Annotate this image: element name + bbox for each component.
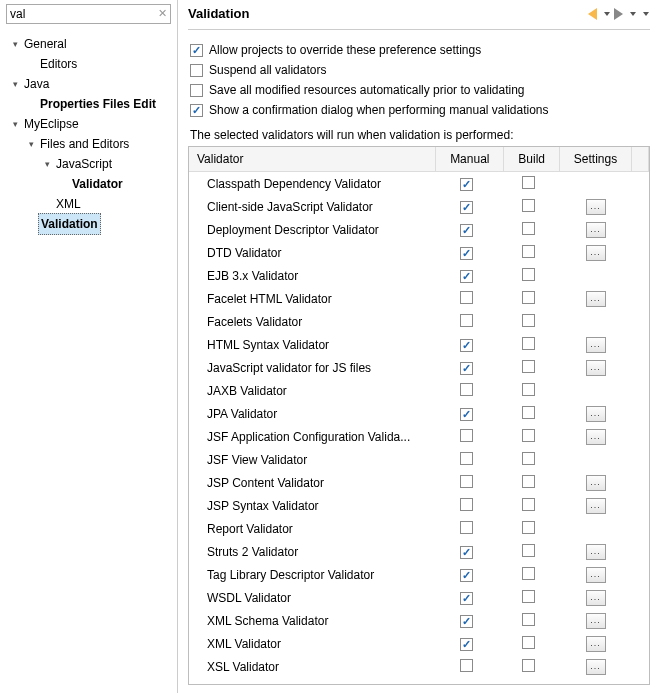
table-row[interactable]: JSP Content Validator... [189, 471, 649, 494]
tree-item[interactable]: ▾MyEclipse [0, 114, 177, 134]
table-row[interactable]: EJB 3.x Validator [189, 264, 649, 287]
tree-item[interactable]: Properties Files Edit [0, 94, 177, 114]
manual-checkbox[interactable] [460, 247, 473, 260]
build-checkbox[interactable] [522, 176, 535, 189]
manual-checkbox[interactable] [460, 314, 473, 327]
settings-button[interactable]: ... [586, 222, 606, 238]
build-checkbox[interactable] [522, 314, 535, 327]
build-checkbox[interactable] [522, 406, 535, 419]
settings-button[interactable]: ... [586, 659, 606, 675]
tree-item[interactable]: ▾General [0, 34, 177, 54]
build-checkbox[interactable] [522, 636, 535, 649]
build-checkbox[interactable] [522, 567, 535, 580]
back-button[interactable] [587, 7, 598, 21]
manual-checkbox[interactable] [460, 498, 473, 511]
build-checkbox[interactable] [522, 360, 535, 373]
manual-checkbox[interactable] [460, 178, 473, 191]
table-row[interactable]: DTD Validator... [189, 241, 649, 264]
settings-button[interactable]: ... [586, 429, 606, 445]
manual-checkbox[interactable] [460, 383, 473, 396]
settings-button[interactable]: ... [586, 360, 606, 376]
build-checkbox[interactable] [522, 337, 535, 350]
build-checkbox[interactable] [522, 544, 535, 557]
settings-button[interactable]: ... [586, 544, 606, 560]
build-checkbox[interactable] [522, 521, 535, 534]
table-row[interactable]: JSF View Validator [189, 448, 649, 471]
manual-checkbox[interactable] [460, 521, 473, 534]
option-checkbox[interactable] [190, 64, 203, 77]
table-row[interactable]: HTML Syntax Validator... [189, 333, 649, 356]
tree-item[interactable]: ▾Files and Editors [0, 134, 177, 154]
forward-menu[interactable] [626, 11, 637, 17]
option-checkbox[interactable] [190, 104, 203, 117]
settings-button[interactable]: ... [586, 291, 606, 307]
settings-button[interactable]: ... [586, 199, 606, 215]
build-checkbox[interactable] [522, 613, 535, 626]
build-checkbox[interactable] [522, 222, 535, 235]
back-menu[interactable] [600, 11, 611, 17]
forward-button[interactable] [613, 7, 624, 21]
manual-checkbox[interactable] [460, 452, 473, 465]
manual-checkbox[interactable] [460, 429, 473, 442]
manual-checkbox[interactable] [460, 291, 473, 304]
tree-item[interactable]: ▾Java [0, 74, 177, 94]
table-row[interactable]: XML Validator... [189, 632, 649, 655]
build-checkbox[interactable] [522, 452, 535, 465]
settings-button[interactable]: ... [586, 337, 606, 353]
build-checkbox[interactable] [522, 590, 535, 603]
table-row[interactable]: Struts 2 Validator... [189, 540, 649, 563]
table-row[interactable]: Tag Library Descriptor Validator... [189, 563, 649, 586]
build-checkbox[interactable] [522, 199, 535, 212]
build-checkbox[interactable] [522, 659, 535, 672]
table-row[interactable]: WSDL Validator... [189, 586, 649, 609]
manual-checkbox[interactable] [460, 475, 473, 488]
manual-checkbox[interactable] [460, 592, 473, 605]
manual-checkbox[interactable] [460, 339, 473, 352]
option-row[interactable]: Allow projects to override these prefere… [190, 40, 650, 60]
manual-checkbox[interactable] [460, 224, 473, 237]
table-row[interactable]: Classpath Dependency Validator [189, 172, 649, 196]
settings-button[interactable]: ... [586, 636, 606, 652]
view-menu[interactable] [639, 11, 650, 17]
tree-item[interactable]: XML [0, 194, 177, 214]
manual-checkbox[interactable] [460, 201, 473, 214]
table-row[interactable]: XSL Validator... [189, 655, 649, 678]
settings-button[interactable]: ... [586, 245, 606, 261]
build-checkbox[interactable] [522, 268, 535, 281]
build-checkbox[interactable] [522, 475, 535, 488]
settings-button[interactable]: ... [586, 567, 606, 583]
table-row[interactable]: Report Validator [189, 517, 649, 540]
tree-item[interactable]: Validation [0, 214, 177, 234]
tree-item[interactable]: Validator [0, 174, 177, 194]
option-checkbox[interactable] [190, 84, 203, 97]
manual-checkbox[interactable] [460, 408, 473, 421]
option-row[interactable]: Show a confirmation dialog when performi… [190, 100, 650, 120]
search-input[interactable] [6, 4, 171, 24]
col-validator[interactable]: Validator [189, 147, 436, 172]
settings-button[interactable]: ... [586, 475, 606, 491]
settings-button[interactable]: ... [586, 590, 606, 606]
col-build[interactable]: Build [504, 147, 560, 172]
settings-button[interactable]: ... [586, 406, 606, 422]
manual-checkbox[interactable] [460, 270, 473, 283]
manual-checkbox[interactable] [460, 659, 473, 672]
manual-checkbox[interactable] [460, 362, 473, 375]
build-checkbox[interactable] [522, 383, 535, 396]
table-row[interactable]: JSP Syntax Validator... [189, 494, 649, 517]
manual-checkbox[interactable] [460, 638, 473, 651]
settings-button[interactable]: ... [586, 498, 606, 514]
manual-checkbox[interactable] [460, 546, 473, 559]
option-checkbox[interactable] [190, 44, 203, 57]
option-row[interactable]: Suspend all validators [190, 60, 650, 80]
tree-item[interactable]: Editors [0, 54, 177, 74]
manual-checkbox[interactable] [460, 569, 473, 582]
manual-checkbox[interactable] [460, 615, 473, 628]
col-settings[interactable]: Settings [560, 147, 632, 172]
build-checkbox[interactable] [522, 498, 535, 511]
table-row[interactable]: Facelets Validator [189, 310, 649, 333]
clear-icon[interactable]: ✕ [158, 7, 167, 20]
option-row[interactable]: Save all modified resources automaticall… [190, 80, 650, 100]
table-row[interactable]: JSF Application Configuration Valida....… [189, 425, 649, 448]
col-manual[interactable]: Manual [436, 147, 504, 172]
table-row[interactable]: JavaScript validator for JS files... [189, 356, 649, 379]
